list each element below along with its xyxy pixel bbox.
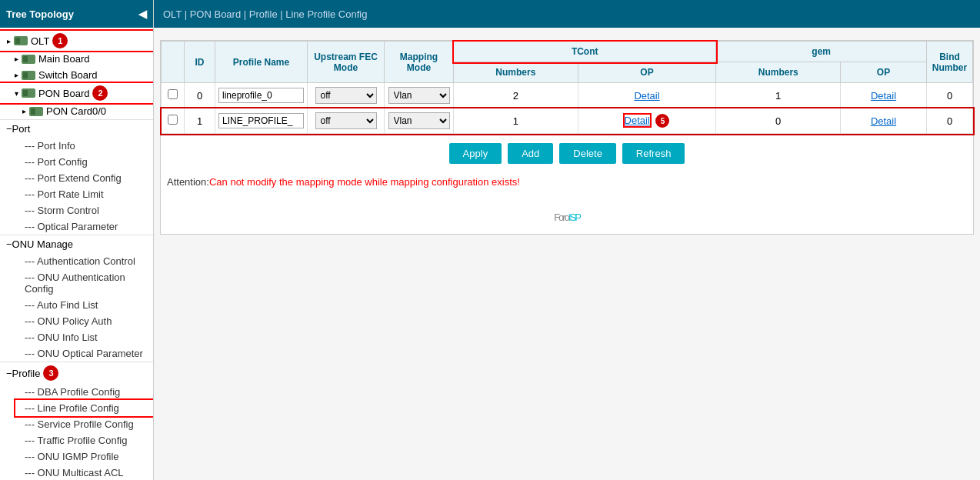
col-header-profile-name: Profile Name bbox=[215, 42, 308, 83]
nav-dba-profile-config[interactable]: --- DBA Profile Config bbox=[15, 384, 153, 400]
row1-profile-name-input[interactable] bbox=[218, 113, 304, 128]
nav-onu-optical-param[interactable]: --- ONU Optical Parameter bbox=[15, 345, 153, 362]
add-button[interactable]: Add bbox=[508, 143, 553, 164]
nav-traffic-profile-config[interactable]: --- Traffic Profile Config bbox=[15, 432, 153, 448]
tree-node-switchboard[interactable]: ▸ Switch Board bbox=[0, 67, 153, 83]
profile-section: − Profile 3 --- DBA Profile Config --- L… bbox=[0, 362, 153, 480]
ponboard-toggle-icon[interactable]: ▾ bbox=[11, 89, 22, 98]
row1-checkbox[interactable] bbox=[168, 115, 178, 125]
port-section: − Port --- Port Info --- Port Config ---… bbox=[0, 119, 153, 235]
ponboard-device-icon bbox=[22, 88, 35, 98]
col-header-bind-number: Bind Number bbox=[927, 42, 973, 83]
nav-onu-auth-config[interactable]: --- ONU Authentication Config bbox=[15, 269, 153, 297]
attention-text: Attention:Can not modify the mapping mod… bbox=[161, 173, 973, 194]
collapse-arrow-icon[interactable]: ◀ bbox=[138, 8, 147, 20]
content-area: ID Profile Name Upstream FEC Mode Mappin… bbox=[154, 28, 980, 480]
port-section-children: --- Port Info --- Port Config --- Port E… bbox=[0, 138, 153, 235]
row1-tcont-detail-link[interactable]: Detail bbox=[625, 115, 650, 126]
row0-upstream-fec-select[interactable]: off on bbox=[315, 87, 377, 104]
nav-port-rate-limit[interactable]: --- Port Rate Limit bbox=[15, 186, 153, 202]
tree-node-mainboard[interactable]: ▸ Main Board bbox=[0, 51, 153, 67]
tree-node-ponboard[interactable]: ▾ PON Board 2 bbox=[0, 83, 153, 103]
row0-upstream-fec-cell: off on bbox=[308, 83, 385, 108]
row0-id: 0 bbox=[185, 83, 215, 108]
nav-port-extend-config[interactable]: --- Port Extend Config bbox=[15, 170, 153, 186]
col-header-tcont: TCont bbox=[454, 42, 716, 62]
row0-tcont-detail-link[interactable]: Detail bbox=[634, 90, 659, 102]
attention-message: Can not modify the mapping mode while ma… bbox=[209, 176, 520, 188]
row0-gem-detail-link[interactable]: Detail bbox=[871, 90, 896, 102]
row1-tcont-numbers: 1 bbox=[454, 108, 578, 134]
poncard-toggle-icon[interactable]: ▸ bbox=[18, 107, 29, 115]
tree-node-olt[interactable]: ▸ OLT 1 bbox=[0, 31, 153, 51]
col-header-mapping-mode: Mapping Mode bbox=[385, 42, 454, 83]
nav-line-profile-config[interactable]: --- Line Profile Config bbox=[15, 400, 153, 416]
breadcrumb-text: OLT | PON Board | Profile | Line Profile… bbox=[163, 8, 367, 20]
line-profile-table-container: ID Profile Name Upstream FEC Mode Mappin… bbox=[160, 40, 974, 235]
mainboard-toggle-icon[interactable]: ▸ bbox=[11, 55, 22, 63]
breadcrumb: OLT | PON Board | Profile | Line Profile… bbox=[154, 0, 980, 28]
port-section-header[interactable]: − Port bbox=[0, 120, 153, 138]
port-section-toggle[interactable]: − bbox=[6, 123, 12, 135]
profile-section-toggle[interactable]: − bbox=[6, 368, 12, 379]
row0-tcont-op-cell: Detail bbox=[578, 83, 716, 108]
nav-onu-policy-auth[interactable]: --- ONU Policy Auth bbox=[15, 313, 153, 329]
col-header-tcont-numbers: Numbers bbox=[454, 62, 578, 83]
ponboard-badge: 2 bbox=[92, 85, 108, 101]
tree-node-poncard[interactable]: ▸ PON Card0/0 bbox=[0, 103, 153, 119]
row1-profile-name-cell bbox=[215, 108, 308, 134]
row1-gem-numbers: 0 bbox=[716, 108, 841, 134]
sidebar-header: Tree Topology ◀ bbox=[0, 0, 153, 28]
olt-label: OLT bbox=[31, 35, 49, 47]
row0-profile-name-cell bbox=[215, 83, 308, 108]
olt-toggle-icon[interactable]: ▸ bbox=[3, 37, 14, 45]
refresh-button[interactable]: Refresh bbox=[622, 143, 685, 164]
col-header-gem-numbers: Numbers bbox=[716, 62, 841, 83]
row1-mapping-mode-cell: Vlan GEM bbox=[385, 108, 454, 134]
row0-checkbox[interactable] bbox=[168, 89, 178, 99]
row1-upstream-fec-select[interactable]: off on bbox=[315, 112, 377, 129]
nav-storm-control[interactable]: --- Storm Control bbox=[15, 202, 153, 218]
poncard-device-icon bbox=[29, 107, 43, 116]
profile-section-title: Profile bbox=[12, 368, 41, 379]
row1-mapping-mode-select[interactable]: Vlan GEM bbox=[388, 112, 450, 129]
row0-mapping-mode-cell: Vlan GEM bbox=[385, 83, 454, 108]
nav-service-profile-config[interactable]: --- Service Profile Config bbox=[15, 416, 153, 432]
table-row: 0 off on Vlan bbox=[162, 83, 973, 108]
row0-tcont-numbers: 2 bbox=[454, 83, 578, 108]
nav-optical-parameter[interactable]: --- Optical Parameter bbox=[15, 218, 153, 235]
profile-section-header[interactable]: − Profile 3 bbox=[0, 362, 153, 384]
olt-device-icon bbox=[14, 36, 28, 45]
line-profile-table: ID Profile Name Upstream FEC Mode Mappin… bbox=[161, 41, 973, 134]
watermark-foro: Foro bbox=[554, 212, 568, 223]
row1-upstream-fec-cell: off on bbox=[308, 108, 385, 134]
row1-tcont-op-cell: Detail 5 bbox=[578, 108, 716, 134]
nav-port-info[interactable]: --- Port Info bbox=[15, 138, 153, 154]
nav-onu-igmp-profile[interactable]: --- ONU IGMP Profile bbox=[15, 448, 153, 465]
col-header-upstream-fec: Upstream FEC Mode bbox=[308, 42, 385, 83]
onu-manage-title: ONU Manage bbox=[12, 238, 73, 250]
row1-id: 1 bbox=[185, 108, 215, 134]
onu-manage-header[interactable]: − ONU Manage bbox=[0, 235, 153, 253]
switchboard-toggle-icon[interactable]: ▸ bbox=[11, 71, 22, 79]
nav-onu-info-list[interactable]: --- ONU Info List bbox=[15, 329, 153, 345]
row1-gem-detail-link[interactable]: Detail bbox=[871, 115, 896, 127]
nav-port-config[interactable]: --- Port Config bbox=[15, 154, 153, 170]
nav-onu-multicast-acl[interactable]: --- ONU Multicast ACL bbox=[15, 465, 153, 480]
row0-mapping-mode-select[interactable]: Vlan GEM bbox=[388, 87, 450, 104]
watermark-isp: ISP bbox=[568, 212, 580, 223]
nav-auto-find-list[interactable]: --- Auto Find List bbox=[15, 297, 153, 313]
onu-manage-toggle[interactable]: − bbox=[6, 238, 12, 250]
row0-gem-numbers: 1 bbox=[716, 83, 841, 108]
apply-button[interactable]: Apply bbox=[449, 143, 502, 164]
row0-profile-name-input[interactable] bbox=[218, 88, 304, 103]
profile-badge: 3 bbox=[43, 365, 58, 381]
mainboard-label: Main Board bbox=[38, 53, 89, 65]
col-header-tcont-op: OP bbox=[578, 62, 716, 83]
nav-auth-control[interactable]: --- Authentication Control bbox=[15, 253, 153, 269]
olt-badge: 1 bbox=[52, 33, 68, 48]
col-header-gem-op: OP bbox=[841, 62, 927, 83]
delete-button[interactable]: Delete bbox=[559, 143, 616, 164]
row1-gem-op-cell: Detail bbox=[841, 108, 927, 134]
sidebar: Tree Topology ◀ ▸ OLT 1 ▸ Main Board ▸ S… bbox=[0, 0, 154, 480]
